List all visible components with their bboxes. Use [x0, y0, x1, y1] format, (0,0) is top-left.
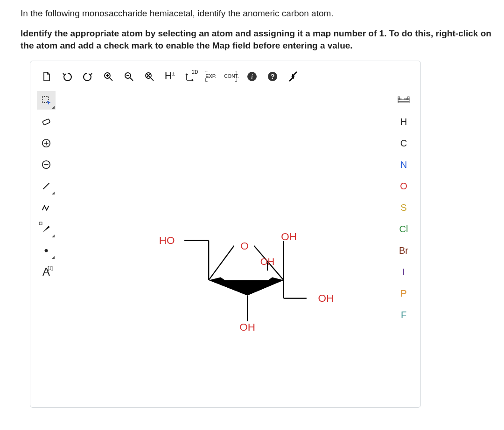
new-document-button[interactable]: [37, 67, 56, 86]
element-c-button[interactable]: C: [394, 134, 413, 153]
select-tool-button[interactable]: [37, 91, 56, 110]
undo-button[interactable]: [57, 67, 77, 86]
oh-mid-label: OH: [260, 256, 275, 267]
svg-line-24: [43, 183, 49, 189]
molecule-drawing[interactable]: O HO OH OH OH OH: [58, 91, 392, 401]
element-p-button[interactable]: P: [394, 284, 413, 303]
periodic-table-button[interactable]: [394, 91, 413, 110]
svg-line-5: [130, 78, 133, 81]
ho-left-label: HO: [159, 235, 175, 246]
expand-button[interactable]: ⌐ EXP. └: [201, 67, 221, 86]
radical-button[interactable]: •: [37, 241, 56, 260]
svg-rect-35: [398, 101, 409, 103]
svg-line-39: [209, 246, 234, 280]
svg-rect-18: [42, 118, 50, 125]
fullscreen-button[interactable]: [283, 67, 303, 86]
zoom-reset-button[interactable]: [140, 67, 159, 86]
element-o-button[interactable]: O: [394, 177, 413, 195]
element-f-button[interactable]: F: [394, 305, 413, 324]
redo-button[interactable]: [78, 67, 98, 86]
explicit-h-button[interactable]: H±: [160, 67, 180, 86]
info-button[interactable]: i: [242, 67, 262, 86]
element-i-button[interactable]: I: [394, 263, 413, 281]
charge-minus-button[interactable]: [37, 155, 56, 174]
oh-bottom-label: OH: [239, 321, 255, 333]
svg-text:i: i: [251, 73, 253, 80]
view-2d-button[interactable]: 2D: [181, 67, 200, 86]
eraser-tool-button[interactable]: [37, 112, 56, 131]
element-cl-button[interactable]: Cl: [394, 220, 413, 238]
question-block: In the following monosaccharide hemiacet…: [21, 6, 504, 52]
question-line-1: In the following monosaccharide hemiacet…: [21, 6, 504, 20]
charge-plus-button[interactable]: [37, 134, 56, 153]
svg-line-8: [151, 78, 154, 81]
sketcher: H± 2D ⌐ EXP. └ ┐ CONT. ┘: [34, 65, 417, 403]
oh-top-label: OH: [281, 231, 297, 243]
atom-map-button[interactable]: A [1]: [37, 263, 56, 281]
element-br-button[interactable]: Br: [394, 241, 413, 260]
svg-text:?: ?: [271, 73, 275, 80]
contract-button[interactable]: ┐ CONT. ┘: [222, 67, 241, 86]
oh-right-label: OH: [318, 292, 334, 304]
left-toolbar: • A [1]: [37, 91, 56, 281]
svg-line-1: [110, 78, 112, 81]
element-s-button[interactable]: S: [394, 198, 413, 217]
zoom-in-button[interactable]: [98, 67, 118, 86]
question-line-2: Identify the appropriate atom by selecti…: [21, 26, 504, 52]
top-toolbar: H± 2D ⌐ EXP. └ ┐ CONT. ┘: [37, 67, 303, 86]
svg-rect-26: [39, 222, 42, 225]
chain-tool-button[interactable]: [37, 198, 56, 217]
zoom-out-button[interactable]: [119, 67, 139, 86]
element-n-button[interactable]: N: [394, 155, 413, 174]
element-h-button[interactable]: H: [394, 112, 413, 131]
right-element-bar: H C N O S Cl Br I P F: [394, 91, 414, 324]
ring-o-label: O: [240, 240, 249, 252]
single-bond-button[interactable]: [37, 177, 56, 195]
help-button[interactable]: ?: [263, 67, 282, 86]
stereo-bond-button[interactable]: [37, 220, 56, 238]
drawing-canvas[interactable]: O HO OH OH OH OH: [58, 91, 392, 401]
sketcher-frame: H± 2D ⌐ EXP. └ ┐ CONT. ┘: [30, 61, 421, 408]
